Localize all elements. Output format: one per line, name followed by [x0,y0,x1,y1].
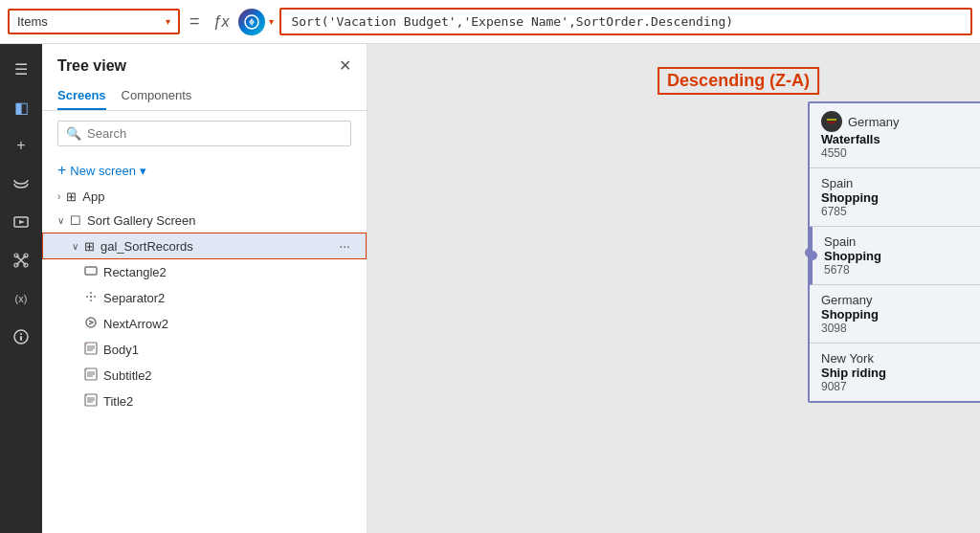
advanced-icon-btn[interactable] [4,243,38,278]
menu-icon-btn[interactable]: ☰ [4,52,38,86]
separator2-label: Separator2 [103,291,351,305]
sort-screen-label: Sort Gallery Screen [87,213,351,228]
tree-item-title2[interactable]: Title2 [42,389,367,414]
close-button[interactable]: ✕ [339,58,351,74]
screens-icon-btn[interactable]: ◧ [4,90,38,124]
tree-item-rectangle2[interactable]: Rectangle2 [42,259,367,285]
descending-label: Descending (Z-A) [657,67,819,95]
items-dropdown[interactable]: Items ▾ [8,9,180,34]
next-arrow2-icon [84,316,98,332]
gallery-item-2[interactable]: Spain Shopping 5678 › [810,227,980,285]
data-icon-btn[interactable] [4,167,38,201]
insert-icon-btn[interactable]: + [4,128,38,163]
search-icon: 🔍 [66,126,81,141]
main-layout: ☰ ◧ + (x) Tree view ✕ Screens Components… [0,44,980,533]
gallery-item-country-3: Germany [821,293,980,307]
expense-text-4: Ship riding [821,366,980,380]
top-bar: Items ▾ = ƒx ▾ Sort('Vacation Budget','E… [0,0,980,44]
gallery-item-country-4: New York [821,351,980,366]
media-icon-btn[interactable] [4,205,38,239]
gal-expand-icon: ∨ [72,241,78,252]
subtitle2-icon [84,367,98,384]
amount-text-1: 6785 [821,205,980,218]
tree-item-next-arrow2[interactable]: NextArrow2 [42,311,367,337]
new-screen-chevron: ▾ [140,164,146,178]
formula-box[interactable]: Sort('Vacation Budget','Expense Name',So… [279,8,972,35]
tree-item-gal-sort-records[interactable]: ∨ ⊞ gal_SortRecords ··· [42,233,367,259]
amount-text-2: 5678 [824,263,980,277]
country-text-0: Germany [848,115,899,129]
sidebar-icons: ☰ ◧ + (x) [0,44,42,533]
tab-screens[interactable]: Screens [57,82,106,110]
rectangle2-icon [84,264,98,280]
new-screen-plus-icon: + [57,162,66,179]
svg-point-9 [20,333,22,335]
tree-tabs: Screens Components [42,82,367,111]
items-label: Items [17,14,48,29]
gallery-widget[interactable]: Germany Waterfalls 4550 › Spain Shopping… [808,101,980,403]
canvas-area: Descending (Z-A) Germany Waterfalls 4550… [368,44,980,533]
tree-item-subtitle2[interactable]: Subtitle2 [42,363,367,389]
amount-text-0: 4550 [821,146,980,160]
body1-label: Body1 [103,343,351,357]
info-icon-btn[interactable] [4,320,38,354]
svg-rect-10 [20,336,22,341]
title2-label: Title2 [103,394,351,409]
equals-sign: = [186,11,204,32]
tree-item-app[interactable]: › ⊞ App [42,185,367,209]
gal-label: gal_SortRecords [100,239,333,254]
expense-text-1: Shopping [821,190,980,205]
separator2-icon [84,290,98,306]
formula-dropdown: ▾ [238,9,274,35]
tab-components[interactable]: Components [122,82,192,110]
handle-mid-left[interactable] [808,251,817,260]
fx-icon: ƒx [210,13,234,31]
gallery-item-country-1: Spain [821,176,980,190]
gallery-item-country-2: Spain [824,234,980,249]
app-expand-icon: › [57,191,60,202]
subtitle2-label: Subtitle2 [103,368,351,383]
amount-text-3: 3098 [821,322,980,335]
search-input[interactable] [87,126,343,141]
svg-rect-11 [85,267,97,275]
tree-header: Tree view ✕ [42,44,367,82]
expense-text-0: Waterfalls [821,132,980,146]
tree-item-body1[interactable]: Body1 [42,337,367,363]
tree-title: Tree view [57,57,126,75]
gal-icon: ⊞ [84,239,95,254]
tree-panel: Tree view ✕ Screens Components 🔍 + New s… [42,44,368,533]
tree-item-sort-gallery-screen[interactable]: ∨ ☐ Sort Gallery Screen [42,209,367,233]
germany-flag-icon [821,111,842,132]
search-box: 🔍 [57,121,351,146]
powerapps-icon[interactable] [238,9,265,35]
new-screen-label: New screen [70,164,136,178]
body1-icon [84,342,98,358]
sort-screen-expand-icon: ∨ [57,215,64,226]
powerapps-chevron[interactable]: ▾ [269,16,274,27]
app-icon: ⊞ [66,189,77,204]
gallery-item-country-0: Germany [821,111,980,132]
variables-icon-btn[interactable]: (x) [4,281,38,316]
gallery-item-1[interactable]: Spain Shopping 6785 › [810,168,980,227]
rectangle2-label: Rectangle2 [103,265,351,279]
expense-text-3: Shopping [821,307,980,322]
gallery-item-3[interactable]: Germany Shopping 3098 › [810,285,980,344]
gal-more-icon[interactable]: ··· [339,238,350,254]
expense-text-2: Shopping [824,249,980,263]
amount-text-4: 9087 [821,380,980,393]
items-dropdown-arrow: ▾ [166,16,170,27]
tree-content: › ⊞ App ∨ ☐ Sort Gallery Screen ∨ ⊞ gal_… [42,185,367,533]
gallery-item-0[interactable]: Germany Waterfalls 4550 › [810,103,980,168]
tree-item-separator2[interactable]: Separator2 [42,285,367,311]
svg-marker-3 [19,220,25,224]
title2-icon [84,393,98,410]
gallery-item-4[interactable]: New York Ship riding 9087 › [810,344,980,401]
sort-screen-icon: ☐ [70,213,81,228]
next-arrow2-label: NextArrow2 [103,317,351,331]
new-screen-button[interactable]: + New screen ▾ [42,156,367,185]
app-label: App [82,189,351,204]
